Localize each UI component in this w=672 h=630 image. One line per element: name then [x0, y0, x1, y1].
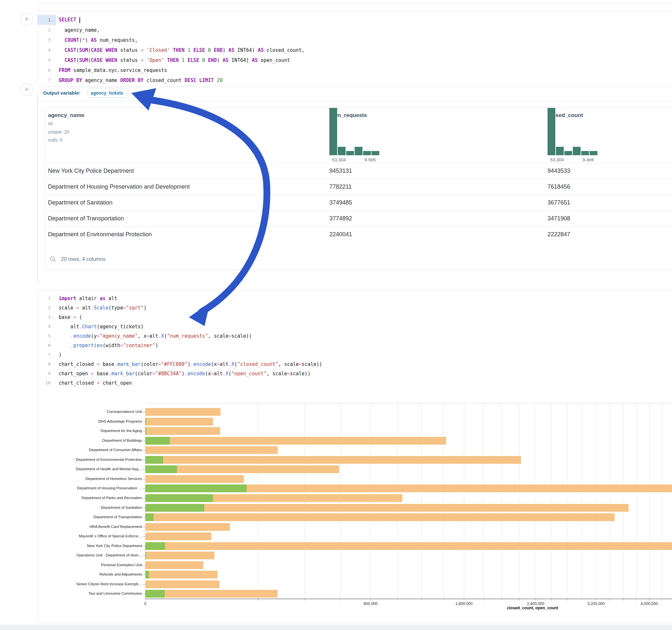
histogram-min-label: 53,304 [332, 157, 346, 162]
table-cell: 9453131 [329, 168, 352, 174]
bar-open-count [145, 513, 154, 521]
table-cell: 7618456 [548, 184, 570, 190]
y-axis-label: Department for the Aging [38, 429, 142, 433]
line-gutter: 7 [38, 75, 56, 85]
histogram-bar [590, 151, 597, 155]
bar-closed-count [145, 437, 446, 445]
y-tick [143, 498, 145, 499]
y-axis-label: Correspondence Unit [38, 410, 142, 413]
x-tick [464, 599, 464, 601]
y-tick [143, 546, 145, 547]
y-axis-label: Department of Health and Mental Hyg… [38, 467, 142, 471]
code-line[interactable]: 3 COUNT(*) AS num_requests, [38, 35, 672, 45]
sql-code-editor[interactable]: 1⌄SELECT 2 agency_name,3 COUNT(*) AS num… [38, 15, 672, 85]
search-icon[interactable] [50, 256, 56, 263]
bar-open-count [145, 456, 163, 464]
previous-cell-edge [38, 0, 672, 3]
y-axis-label: HRA Benefit Card Replacement [38, 525, 142, 529]
y-tick [143, 565, 145, 565]
y-tick [143, 431, 145, 431]
x-tick [581, 599, 582, 601]
x-tick [623, 599, 624, 601]
bar-closed-count [145, 532, 211, 540]
gridline [551, 403, 552, 599]
y-tick [143, 536, 145, 537]
bar-open-count [145, 494, 213, 502]
add-cell-button-top[interactable]: + [20, 13, 33, 26]
line-number: 6 [48, 68, 51, 73]
code-line[interactable]: 1⌄SELECT [38, 15, 672, 25]
gridline [662, 403, 662, 599]
cell-left-indicator [37, 92, 38, 283]
table-cell: 3471908 [548, 215, 570, 222]
x-tick [340, 599, 341, 601]
line-gutter: 3 [38, 35, 56, 45]
histogram-bar [338, 147, 345, 155]
output-variable-label: Output variable: [43, 90, 80, 96]
x-tick [567, 599, 567, 601]
x-tick-label: 3,200,000 [587, 602, 605, 606]
x-axis-line [145, 599, 672, 599]
bar-open-count [145, 571, 149, 579]
table-cell: 2222847 [548, 231, 570, 238]
histogram-bar [565, 151, 572, 155]
y-tick [143, 584, 145, 585]
line-gutter: 4 [38, 45, 56, 55]
y-axis-label: Department of Parks and Recreation [38, 496, 142, 500]
table-cell: 2240041 [329, 231, 352, 238]
column-type: str [48, 121, 53, 126]
y-tick [143, 460, 145, 460]
add-cell-button-output[interactable]: + [20, 83, 33, 96]
x-tick-label: 1,600,000 [455, 602, 473, 606]
sql-cell-card[interactable]: 1⌄SELECT 2 agency_name,3 COUNT(*) AS num… [37, 11, 672, 87]
dataframe-preview-card: agency_namestrunique: 20nulls: 0num_requ… [44, 107, 672, 270]
line-number: 3 [48, 38, 51, 43]
code-line[interactable]: 6FROM sample_data.nyc.service_requests [38, 65, 672, 75]
bar-closed-count [145, 475, 244, 483]
divider [37, 101, 672, 101]
x-tick [596, 599, 597, 601]
code-line[interactable]: 4 CAST(SUM(CASE WHEN status = 'Closed' T… [38, 45, 672, 55]
bar-open-count [145, 427, 146, 435]
x-tick [258, 599, 258, 601]
histogram-bar [346, 151, 354, 155]
x-tick [649, 599, 650, 601]
y-axis-label: Department of Buildings [38, 438, 142, 442]
bar-closed-count [145, 561, 203, 569]
y-tick [143, 450, 145, 451]
x-tick [483, 599, 484, 601]
histogram-max-label: 9.4e6 [582, 157, 594, 162]
histogram-bar [556, 147, 564, 155]
histogram-bar [573, 147, 581, 155]
table-footer: 20 rows, 4 columns [50, 256, 106, 263]
histogram-bar [363, 151, 371, 155]
y-axis-label: Department of Environmental Protection [38, 458, 142, 461]
line-number: 1 [48, 18, 51, 22]
output-variable-input[interactable]: agency_tickets [88, 88, 127, 98]
text-cursor [79, 17, 80, 23]
page-background-strip [0, 625, 672, 630]
table-cell: 9443533 [548, 168, 570, 174]
plus-icon: + [25, 16, 29, 23]
table-row: Department of Transportation377489234719… [45, 211, 672, 226]
code-line[interactable]: 7GROUP BY agency_name ORDER BY closed_co… [38, 75, 672, 85]
gridline [519, 403, 519, 599]
y-axis-label: Department of Housing Preservation … [38, 486, 142, 490]
gridline [502, 403, 502, 599]
code-line[interactable]: 5 CAST(SUM(CASE WHEN status = 'Open' THE… [38, 55, 672, 65]
table-row: Department of Environmental Protection22… [45, 226, 672, 242]
y-axis-label: Taxi and Limousine Commission [38, 591, 142, 595]
bar-closed-count [145, 513, 615, 521]
bar-open-count [145, 542, 165, 550]
notebook-canvas: + 1⌄SELECT 2 agency_name,3 COUNT(*) AS n… [0, 0, 672, 630]
y-tick [143, 479, 145, 479]
python-cell-card[interactable]: 1import altair as alt2scale = alt.Scale(… [37, 290, 672, 623]
table-cell: New York City Police Department [48, 168, 134, 174]
fold-chevron-icon[interactable]: ⌄ [51, 18, 55, 22]
code-line[interactable]: 2 agency_name, [38, 25, 672, 35]
histogram-bar [355, 147, 362, 155]
y-axis-label: DHS Advantage Programs [38, 419, 142, 423]
bar-closed-count [145, 580, 219, 588]
x-tick [551, 599, 552, 601]
x-tick [305, 599, 305, 601]
